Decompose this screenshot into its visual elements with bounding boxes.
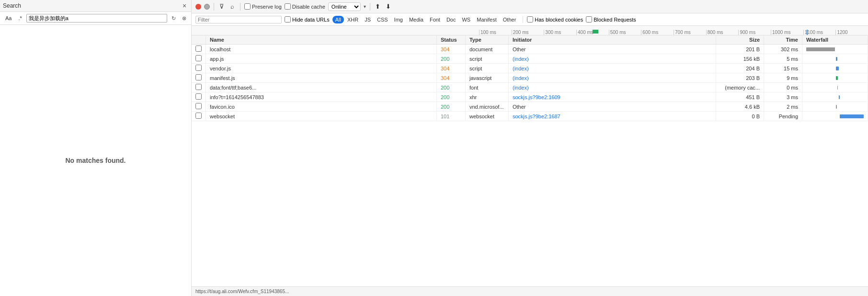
initiator-link[interactable]: (index) — [513, 56, 529, 62]
row-initiator[interactable]: (index) — [508, 64, 716, 73]
row-checkbox[interactable] — [195, 74, 202, 80]
regex-button[interactable]: .* — [16, 14, 24, 22]
tick-700ms: 700 ms — [674, 30, 706, 35]
filter-tab-img[interactable]: Img — [391, 16, 406, 23]
row-status: 101 — [436, 112, 465, 121]
initiator-link[interactable]: sockjs.js?9be2:1687 — [513, 114, 560, 119]
stop-button[interactable] — [204, 4, 210, 10]
row-status: 304 — [436, 64, 465, 73]
blocked-requests-label[interactable]: Blocked Requests — [586, 16, 636, 23]
row-time: 15 ms — [764, 64, 802, 73]
row-name: info?t=1614256547883 — [206, 92, 437, 102]
search-icon[interactable]: ⌕ — [228, 3, 236, 11]
th-initiator[interactable]: Initiator — [508, 35, 716, 45]
row-initiator[interactable]: (index) — [508, 73, 716, 83]
disable-cache-label: Disable cache — [292, 4, 325, 10]
initiator-link[interactable]: (index) — [513, 75, 529, 81]
blocked-requests-checkbox[interactable] — [586, 16, 592, 23]
row-type: document — [465, 45, 508, 54]
search-input[interactable] — [26, 14, 167, 23]
search-bar: Search × — [0, 0, 191, 12]
hide-data-urls-checkbox-label[interactable]: Hide data URLs — [285, 16, 330, 23]
filter-tab-xhr[interactable]: XHR — [344, 16, 361, 23]
tick-500ms: 500 ms — [609, 30, 641, 35]
clear-icon[interactable]: ⊗ — [180, 14, 188, 23]
row-initiator[interactable]: (index) — [508, 54, 716, 64]
export-icon[interactable]: ⬇ — [385, 3, 392, 11]
table-row[interactable]: data:font/ttf;base6...200font(index)(mem… — [192, 83, 868, 92]
table-row[interactable]: app.js200script(index)156 kB5 ms — [192, 54, 868, 64]
import-icon[interactable]: ⬆ — [374, 3, 382, 11]
tick-200ms: 200 ms — [512, 30, 544, 35]
row-status: 200 — [436, 102, 465, 112]
row-checkbox[interactable] — [195, 84, 202, 90]
filter-tab-all[interactable]: All — [332, 16, 344, 23]
row-initiator[interactable]: sockjs.js?9be2:1609 — [508, 92, 716, 102]
table-row[interactable]: info?t=1614256547883200xhrsockjs.js?9be2… — [192, 92, 868, 102]
filter-tabs: All XHR JS CSS Img Media Font Doc WS Man… — [332, 16, 519, 23]
disable-cache-checkbox[interactable] — [285, 3, 291, 10]
disable-cache-checkbox-label[interactable]: Disable cache — [285, 3, 325, 10]
filter-tab-doc[interactable]: Doc — [444, 16, 459, 23]
row-initiator[interactable]: sockjs.js?9be2:1687 — [508, 112, 716, 121]
refresh-icon[interactable]: ↻ — [169, 14, 178, 23]
filter-tab-ws[interactable]: WS — [459, 16, 473, 23]
row-initiator: Other — [508, 102, 716, 112]
table-row[interactable]: manifest.js304javascript(index)203 B9 ms — [192, 73, 868, 83]
table-row[interactable]: websocket101websocketsockjs.js?9be2:1687… — [192, 112, 868, 121]
filter-tab-css[interactable]: CSS — [374, 16, 391, 23]
match-case-button[interactable]: Aa — [3, 14, 14, 22]
row-status: 200 — [436, 54, 465, 64]
row-initiator[interactable]: (index) — [508, 83, 716, 92]
row-checkbox[interactable] — [195, 55, 202, 61]
has-blocked-cookies-label[interactable]: Has blocked cookies — [527, 16, 583, 23]
row-checkbox[interactable] — [195, 103, 202, 109]
blocked-requests-text: Blocked Requests — [594, 17, 636, 23]
row-checkbox[interactable] — [195, 93, 202, 100]
row-status: 200 — [436, 83, 465, 92]
th-time[interactable]: Time — [764, 35, 802, 45]
row-checkbox[interactable] — [195, 113, 202, 119]
initiator-link[interactable]: (index) — [513, 85, 529, 91]
th-size[interactable]: Size — [716, 35, 764, 45]
row-type: xhr — [465, 92, 508, 102]
th-type[interactable]: Type — [465, 35, 508, 45]
row-name: favicon.ico — [206, 102, 437, 112]
th-waterfall[interactable]: Waterfall — [802, 35, 868, 45]
row-type: font — [465, 83, 508, 92]
row-size: 204 B — [716, 64, 764, 73]
initiator-link[interactable]: (index) — [513, 66, 529, 71]
preserve-log-checkbox[interactable] — [244, 3, 251, 10]
tick-600ms: 600 ms — [641, 30, 674, 35]
record-button[interactable] — [195, 4, 201, 10]
row-status: 200 — [436, 92, 465, 102]
network-table: Name Status Type Initiator Size Time Wat… — [192, 35, 868, 286]
toolbar-separator-3 — [370, 3, 370, 11]
throttle-select[interactable]: Online Fast 3G Slow 3G Offline — [328, 2, 361, 11]
row-checkbox[interactable] — [195, 65, 202, 71]
table-row[interactable]: vendor.js304script(index)204 B15 ms — [192, 64, 868, 73]
row-name: app.js — [206, 54, 437, 64]
table-row[interactable]: localhost304documentOther201 B302 ms — [192, 45, 868, 54]
filter-tab-font[interactable]: Font — [427, 16, 443, 23]
status-bar: https://t/aug.ali.com/Wefv.cfm_S11943865… — [192, 286, 868, 296]
filter-tab-manifest[interactable]: Manifest — [474, 16, 500, 23]
filter-tab-other[interactable]: Other — [500, 16, 519, 23]
preserve-log-checkbox-label[interactable]: Preserve log — [244, 3, 282, 10]
search-close-button[interactable]: × — [181, 2, 188, 10]
row-name: localhost — [206, 45, 437, 54]
initiator-link[interactable]: sockjs.js?9be2:1609 — [513, 94, 560, 100]
filter-tab-js[interactable]: JS — [362, 16, 374, 23]
devtools-toolbar: ⊽ ⌕ Preserve log Disable cache Online Fa… — [192, 0, 868, 13]
row-checkbox[interactable] — [195, 46, 202, 52]
throttle-down-arrow[interactable]: ▾ — [364, 4, 366, 9]
has-blocked-cookies-checkbox[interactable] — [527, 16, 533, 23]
hide-data-urls-checkbox[interactable] — [285, 16, 291, 23]
th-name[interactable]: Name — [206, 35, 437, 45]
filter-input[interactable] — [195, 16, 282, 23]
filter-icon[interactable]: ⊽ — [218, 3, 226, 11]
table-row[interactable]: favicon.ico200vnd.microsof...Other4.6 kB… — [192, 102, 868, 112]
filter-tab-media[interactable]: Media — [406, 16, 426, 23]
th-status[interactable]: Status — [436, 35, 465, 45]
row-name: vendor.js — [206, 64, 437, 73]
